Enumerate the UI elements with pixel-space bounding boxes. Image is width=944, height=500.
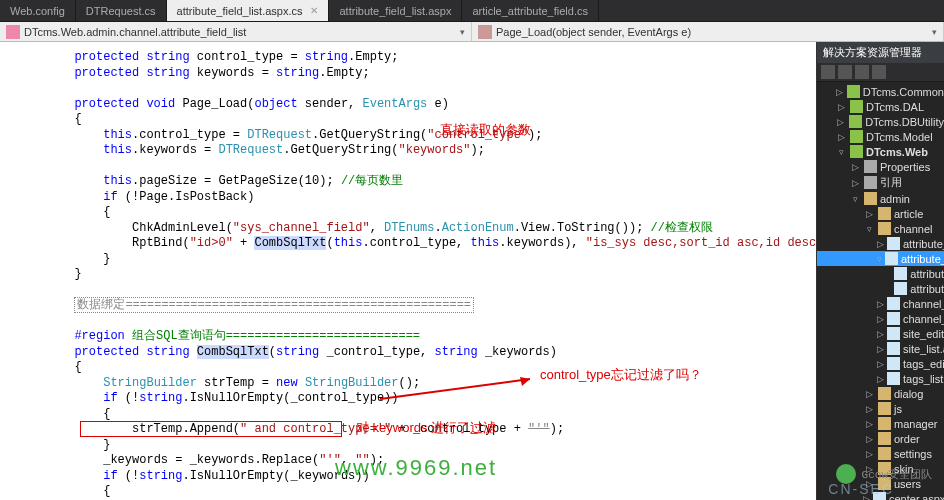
node-icon — [864, 160, 877, 173]
tree-node[interactable]: ▷attribute_fi — [817, 236, 944, 251]
close-icon[interactable]: ✕ — [310, 5, 318, 16]
watermark-url: www.9969.net — [335, 455, 497, 481]
twist-icon[interactable]: ▷ — [863, 419, 875, 429]
nav-method-dropdown[interactable]: Page_Load(object sender, EventArgs e)▾ — [472, 22, 944, 41]
tree-node[interactable]: ▷Properties — [817, 159, 944, 174]
tab-bar: Web.config DTRequest.cs attribute_field_… — [0, 0, 944, 22]
solution-tree[interactable]: ▷DTcms.Common▷DTcms.DAL▷DTcms.DBUtility▷… — [817, 82, 944, 500]
tree-node[interactable]: ▷js — [817, 401, 944, 416]
node-icon — [887, 237, 900, 250]
node-label: admin — [880, 193, 910, 205]
tab-attribute-field-list-cs[interactable]: attribute_field_list.aspx.cs✕ — [167, 0, 330, 21]
annotation-1: 直接读取的参数 — [440, 122, 531, 138]
tree-node[interactable]: ▷manager — [817, 416, 944, 431]
tool-icon[interactable] — [838, 65, 852, 79]
twist-icon[interactable]: ▷ — [877, 344, 884, 354]
twist-icon[interactable]: ▷ — [863, 449, 875, 459]
twist-icon[interactable]: ▿ — [877, 254, 882, 264]
tool-icon[interactable] — [821, 65, 835, 79]
tree-node[interactable]: ▷tags_list.as — [817, 371, 944, 386]
twist-icon[interactable]: ▷ — [835, 102, 847, 112]
twist-icon[interactable]: ▷ — [877, 299, 884, 309]
tree-node[interactable]: ▷DTcms.Model — [817, 129, 944, 144]
tree-node[interactable]: attribut — [817, 281, 944, 296]
twist-icon[interactable]: ▷ — [835, 132, 847, 142]
tree-node[interactable]: ▷settings — [817, 446, 944, 461]
node-label: attribute_fi — [903, 238, 944, 250]
node-icon — [887, 357, 900, 370]
tab-webconfig[interactable]: Web.config — [0, 0, 76, 21]
node-label: channel_li — [903, 313, 944, 325]
tree-node[interactable]: ▷article — [817, 206, 944, 221]
nav-class-dropdown[interactable]: DTcms.Web.admin.channel.attribute_field_… — [0, 22, 472, 41]
node-label: DTcms.DAL — [866, 101, 924, 113]
tree-node[interactable]: ▷site_edit.as — [817, 326, 944, 341]
tree-node[interactable]: ▷DTcms.DBUtility — [817, 114, 944, 129]
twist-icon[interactable]: ▷ — [863, 434, 875, 444]
tree-node[interactable]: ▷channel_li — [817, 311, 944, 326]
tab-attribute-field-list-aspx[interactable]: attribute_field_list.aspx — [329, 0, 462, 21]
twist-icon[interactable]: ▷ — [849, 162, 861, 172]
twist-icon[interactable]: ▷ — [863, 389, 875, 399]
twist-icon[interactable]: ▷ — [835, 117, 846, 127]
node-label: channel_ec — [903, 298, 944, 310]
node-icon — [887, 312, 900, 325]
twist-icon[interactable]: ▷ — [863, 209, 875, 219]
solution-explorer: 解决方案资源管理器 ▷DTcms.Common▷DTcms.DAL▷DTcms.… — [816, 42, 944, 500]
node-label: DTcms.Model — [866, 131, 933, 143]
node-label: settings — [894, 448, 932, 460]
node-icon — [850, 100, 863, 113]
node-label: site_edit.as — [903, 328, 944, 340]
node-icon — [847, 85, 860, 98]
twist-icon[interactable]: ▷ — [877, 239, 884, 249]
tree-node[interactable]: ▿attribute_fi — [817, 251, 944, 266]
tree-node[interactable]: ▷order — [817, 431, 944, 446]
solution-explorer-title: 解决方案资源管理器 — [817, 42, 944, 63]
node-icon — [878, 417, 891, 430]
tree-node[interactable]: ▷DTcms.DAL — [817, 99, 944, 114]
node-icon — [894, 267, 907, 280]
method-icon — [478, 25, 492, 39]
node-label: manager — [894, 418, 937, 430]
tree-node[interactable]: ▷tags_edit.a — [817, 356, 944, 371]
chevron-down-icon: ▾ — [932, 27, 937, 37]
twist-icon[interactable]: ▷ — [877, 359, 884, 369]
collapsed-region[interactable]: 数据绑定====================================… — [74, 297, 474, 313]
tool-icon[interactable] — [855, 65, 869, 79]
twist-icon[interactable]: ▷ — [835, 87, 844, 97]
tree-node[interactable]: attribut — [817, 266, 944, 281]
twist-icon[interactable]: ▷ — [877, 314, 884, 324]
twist-icon[interactable]: ▷ — [877, 374, 884, 384]
tree-node[interactable]: ▷引用 — [817, 174, 944, 191]
tree-node[interactable]: ▿admin — [817, 191, 944, 206]
tab-article-attribute-field[interactable]: article_attribute_field.cs — [462, 0, 599, 21]
twist-icon[interactable]: ▿ — [863, 224, 875, 234]
node-label: article — [894, 208, 923, 220]
node-icon — [878, 387, 891, 400]
tree-node[interactable]: ▷DTcms.Common — [817, 84, 944, 99]
node-icon — [850, 130, 863, 143]
node-label: js — [894, 403, 902, 415]
tool-icon[interactable] — [872, 65, 886, 79]
watermark-cnsec: CN-SEC — [828, 481, 894, 497]
node-icon — [885, 252, 898, 265]
twist-icon[interactable]: ▿ — [849, 194, 861, 204]
tree-node[interactable]: ▿channel — [817, 221, 944, 236]
svg-line-0 — [380, 379, 530, 399]
tree-node[interactable]: ▷site_list.asp — [817, 341, 944, 356]
arrow-icon — [380, 374, 540, 404]
twist-icon[interactable]: ▷ — [877, 329, 884, 339]
node-icon — [887, 297, 900, 310]
tree-node[interactable]: ▿DTcms.Web — [817, 144, 944, 159]
code-editor[interactable]: protected string control_type = string.E… — [0, 42, 816, 500]
tab-dtrequest[interactable]: DTRequest.cs — [76, 0, 167, 21]
node-label: DTcms.Web — [866, 146, 928, 158]
twist-icon[interactable]: ▿ — [835, 147, 847, 157]
node-label: Properties — [880, 161, 930, 173]
twist-icon[interactable]: ▷ — [849, 178, 861, 188]
node-icon — [878, 432, 891, 445]
tree-node[interactable]: ▷dialog — [817, 386, 944, 401]
twist-icon[interactable]: ▷ — [863, 404, 875, 414]
tree-node[interactable]: ▷channel_ec — [817, 296, 944, 311]
node-label: tags_edit.a — [903, 358, 944, 370]
